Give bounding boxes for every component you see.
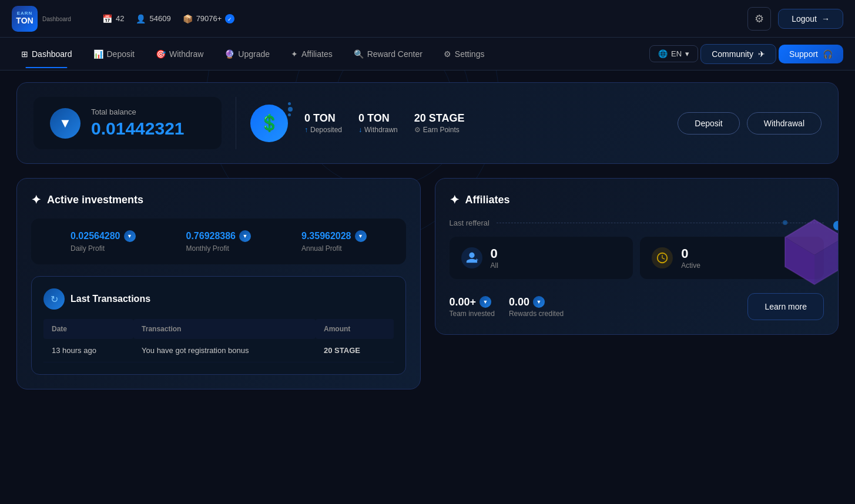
all-count-info: 0 All <box>491 246 498 270</box>
active-count-card: 0 Active <box>640 237 824 279</box>
gear-icon: ⚙ <box>755 12 764 25</box>
tx-date: 13 hours ago <box>43 339 133 362</box>
coin-dots <box>288 102 293 116</box>
daily-profit-value: 0.02564280 ▼ <box>71 230 136 242</box>
stat-packages-value: 79076+ <box>196 14 222 23</box>
ton-badge-team: ▼ <box>480 296 491 308</box>
balance-amount: 0.01442321 <box>91 119 185 139</box>
ton-badge-annual: ▼ <box>355 230 367 242</box>
coin-graphic: 💲 <box>250 105 288 142</box>
nav-deposit[interactable]: 📊 Deposit <box>84 45 144 63</box>
topbar-right: ⚙ Logout → <box>747 7 843 31</box>
balance-info: Total balance 0.01442321 <box>91 107 185 139</box>
monthly-profit-value: 0.76928386 ▼ <box>186 230 251 242</box>
dot3 <box>288 113 291 116</box>
svg-text:✓: ✓ <box>227 16 232 22</box>
package-icon: 📦 <box>183 14 193 23</box>
balance-divider <box>236 97 236 149</box>
monthly-profit: 0.76928386 ▼ Monthly Profit <box>186 230 251 253</box>
referral-counts: + 0 All <box>450 237 824 279</box>
reward-nav-icon: 🔍 <box>354 49 364 59</box>
rewards-value: 0.00 ▼ <box>509 296 564 308</box>
topbar: EARN TON Dashboard 📅 42 👤 54609 📦 79076+… <box>0 0 855 38</box>
nav-affiliates-label: Affiliates <box>301 49 333 59</box>
all-count-value: 0 <box>491 246 498 261</box>
arrow-up-icon: ↑ <box>304 126 308 134</box>
learn-more-button[interactable]: Learn more <box>747 293 824 320</box>
logout-button[interactable]: Logout → <box>778 9 843 29</box>
lang-label: EN <box>671 49 682 58</box>
ton-badge-rewards: ▼ <box>533 296 545 308</box>
stat-users-value: 54609 <box>149 14 170 23</box>
annual-profit-label: Annual Profit <box>301 244 367 253</box>
support-label: Support <box>789 49 818 59</box>
logo: EARN TON Dashboard <box>12 6 88 32</box>
language-button[interactable]: 🌐 EN ▾ <box>649 45 698 62</box>
logo-subtitle: Dashboard <box>42 16 71 22</box>
affiliates-bottom: 0.00+ ▼ Team invested 0.00 ▼ Rewards cre… <box>450 293 824 320</box>
dot2 <box>288 107 293 112</box>
nav-upgrade[interactable]: 🔮 Upgrade <box>215 45 279 63</box>
investments-title-text: Active investments <box>47 194 143 206</box>
balance-center: 💲 0 TON ↑ Deposited 0 TON ↓ Withdra <box>250 105 661 142</box>
affiliates-inner: Last refferal + 0 <box>450 219 824 320</box>
community-button[interactable]: Community ✈ <box>700 44 776 64</box>
col-date: Date <box>43 319 133 339</box>
withdrawal-button[interactable]: Withdrawal <box>747 112 822 135</box>
transactions-header-row: Date Transaction Amount <box>43 319 394 339</box>
support-button[interactable]: Support 🎧 <box>779 45 843 63</box>
nav-reward-center[interactable]: 🔍 Reward Center <box>344 45 432 63</box>
withdrawn-label: ↓ Withdrawn <box>358 126 398 134</box>
left-column: ✦ Active investments 0.02564280 ▼ Daily … <box>16 178 421 389</box>
balance-actions: Deposit Withdrawal <box>678 112 822 135</box>
right-column: ✦ Affiliates <box>435 178 839 389</box>
arrow-down-icon: ↓ <box>358 126 362 134</box>
ton-logo: ▼ <box>50 108 81 139</box>
settings-button[interactable]: ⚙ <box>747 7 771 31</box>
active-icon <box>652 247 673 268</box>
col-transaction: Transaction <box>133 319 316 339</box>
main-content: ▼ Total balance 0.01442321 💲 0 TON ↑ <box>0 70 855 401</box>
navbar: ⊞ Dashboard 📊 Deposit 🎯 Withdraw 🔮 Upgra… <box>0 38 855 70</box>
active-count-info: 0 Active <box>681 246 700 270</box>
transactions-icon: ↻ <box>43 288 65 310</box>
profits-card: 0.02564280 ▼ Daily Profit 0.76928386 ▼ M… <box>31 219 406 264</box>
settings-nav-icon: ⚙ <box>444 49 451 59</box>
team-invested-label: Team invested <box>450 310 495 318</box>
tx-description: You have got registration bonus <box>133 339 316 362</box>
stat-calendar-value: 42 <box>116 14 124 23</box>
users-icon: 👤 <box>136 14 146 23</box>
last-referral-label: Last refferal <box>450 219 489 227</box>
nav-withdraw[interactable]: 🎯 Withdraw <box>146 45 213 63</box>
deposit-nav-icon: 📊 <box>93 49 103 59</box>
deposit-button[interactable]: Deposit <box>678 112 739 135</box>
deposited-value: 0 TON <box>304 112 342 125</box>
earn-points-label: ⚙ Earn Points <box>414 126 465 134</box>
logo-icon: EARN TON <box>12 6 38 32</box>
nav-withdraw-label: Withdraw <box>169 49 203 59</box>
rewards-stat: 0.00 ▼ Rewards credited <box>509 296 564 318</box>
balance-card: ▼ Total balance 0.01442321 💲 0 TON ↑ <box>16 82 839 164</box>
headset-icon: 🎧 <box>823 49 833 59</box>
nav-affiliates[interactable]: ✦ Affiliates <box>281 45 342 63</box>
rewards-label: Rewards credited <box>509 310 564 318</box>
nav-reward-label: Reward Center <box>367 49 423 59</box>
deposited-stat: 0 TON ↑ Deposited <box>304 112 342 134</box>
add-user-svg: + <box>465 251 478 264</box>
monthly-profit-label: Monthly Profit <box>186 244 251 253</box>
nav-deposit-label: Deposit <box>107 49 135 59</box>
verified-icon: ✓ <box>225 14 234 23</box>
stat-calendar: 📅 42 <box>102 14 124 23</box>
team-invested-value: 0.00+ ▼ <box>450 296 495 308</box>
transactions-thead: Date Transaction Amount <box>43 319 394 339</box>
balance-label: Total balance <box>91 107 185 116</box>
calendar-icon: 📅 <box>102 14 112 23</box>
transactions-card: ↻ Last Transactions Date Transaction Amo… <box>31 276 406 375</box>
affiliates-title-text: Affiliates <box>465 194 510 206</box>
nav-dashboard-label: Dashboard <box>32 49 72 59</box>
nav-dashboard[interactable]: ⊞ Dashboard <box>12 45 82 63</box>
nav-settings[interactable]: ⚙ Settings <box>434 45 494 63</box>
community-label: Community <box>712 49 753 59</box>
stat-users: 👤 54609 <box>136 14 170 23</box>
transactions-title: Last Transactions <box>71 294 150 304</box>
